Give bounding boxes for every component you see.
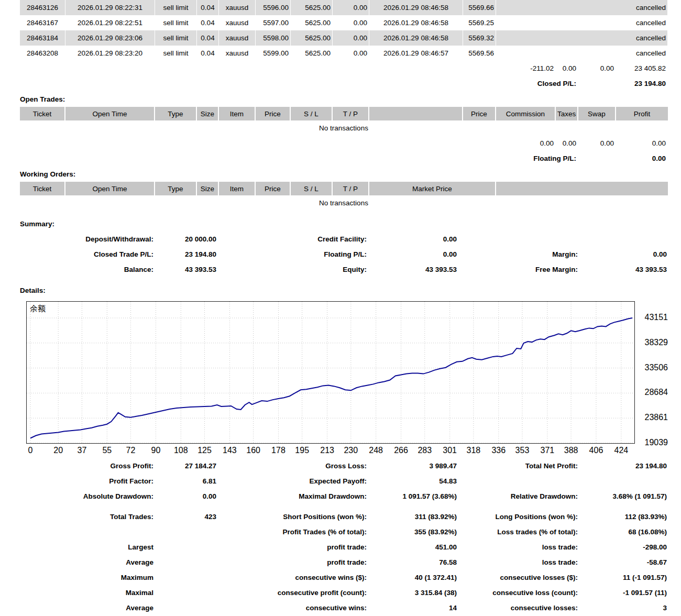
y-tick-label: 19039: [637, 438, 668, 447]
x-tick-label: 143: [223, 446, 237, 455]
summary-value: 43 393.53: [155, 262, 217, 277]
stat-label: profit trade:: [217, 540, 368, 555]
column-header-type: Type: [155, 182, 197, 195]
y-tick-label: 23861: [637, 413, 668, 422]
cell-sl: 5625.00: [291, 15, 333, 30]
stat-label: Expected Payoff:: [217, 474, 368, 489]
cell-open-time: 2026.01.29 08:22:51: [65, 15, 155, 30]
open-trades-table: TicketOpen TimeTypeSizeItemPriceS / LT /…: [20, 107, 668, 166]
cell-status: cancelled: [496, 46, 668, 61]
summary-label: Equity:: [217, 262, 368, 277]
open-total-taxes: 0.00: [556, 136, 578, 151]
open-no-transactions-row: No transactions: [20, 120, 668, 136]
x-tick-label: 195: [295, 446, 309, 455]
summary-row: Closed Trade P/L:23 194.80Floating P/L:0…: [20, 247, 668, 262]
stat-value: 6.81: [155, 474, 217, 489]
stat-label: Gross Loss:: [217, 458, 368, 474]
spacer-cell: [20, 61, 496, 76]
stat-value: 1 091.57 (3.68%): [368, 489, 458, 504]
stat-label: Profit Factor:: [20, 474, 155, 489]
cell-close-time: 2026.01.29 08:46:58: [369, 30, 463, 46]
chart-y-axis: 431513832933506286842386119039: [637, 301, 668, 444]
open-total-commission: 0.00: [496, 136, 556, 151]
y-tick-label: 28684: [637, 388, 668, 397]
summary-label: Closed Trade P/L:: [20, 247, 155, 262]
stat-label: Loss trades (% of total):: [458, 524, 579, 540]
floating-pl-label: Floating P/L:: [20, 151, 578, 166]
open-total-profit: 0.00: [616, 136, 668, 151]
stat-label: consecutive losses ($):: [458, 570, 579, 585]
stat-label: Absolute Drawdown:: [20, 489, 155, 504]
closed-pl-row: Closed P/L: 23 194.80: [20, 76, 668, 91]
stat-row: Total Trades:423Short Positions (won %):…: [20, 509, 668, 524]
x-tick-label: 160: [246, 446, 260, 455]
stat-value: 0.00: [155, 489, 217, 504]
closed-totals-row: -211.02 0.00 0.00 23 405.82: [20, 61, 668, 76]
stat-row: Maximalconsecutive profit (count):3 315.…: [20, 585, 668, 600]
cell-open-time: 2026.01.29 08:23:20: [65, 46, 155, 61]
stat-label: Total Trades:: [20, 509, 155, 524]
cell-tp: 0.00: [333, 46, 369, 61]
stat-value: 68 (16.08%): [579, 524, 668, 540]
stat-value: 3 989.47: [368, 458, 458, 474]
x-tick-label: 266: [394, 446, 408, 455]
stat-label: Long Positions (won %):: [458, 509, 579, 524]
stat-value: 27 184.27: [155, 458, 217, 474]
y-tick-label: 43151: [637, 313, 668, 322]
summary-label: Floating P/L:: [217, 247, 368, 262]
stat-value: 40 (1 372.41): [368, 570, 458, 585]
stat-label: [20, 524, 155, 540]
stat-row: Largestprofit trade:451.00loss trade:-29…: [20, 540, 668, 555]
closed-pl-label: Closed P/L:: [20, 76, 578, 91]
closed-trade-row: 284631672026.01.29 08:22:51sell limit0.0…: [20, 15, 668, 30]
summary-row: Balance:43 393.53Equity:43 393.53Free Ma…: [20, 262, 668, 277]
summary-value: 20 000.00: [155, 232, 217, 247]
cell-sl: 5625.00: [291, 46, 333, 61]
stat-value: 112 (83.93%): [579, 509, 668, 524]
stats-table-bottom: Total Trades:423Short Positions (won %):…: [20, 509, 668, 615]
stat-label: consecutive profit (count):: [217, 585, 368, 600]
summary-value: [579, 232, 668, 247]
closed-pl-value: 23 194.80: [578, 76, 668, 91]
cell-status: cancelled: [496, 15, 668, 30]
working-orders-heading: Working Orders:: [20, 167, 681, 182]
x-tick-label: 424: [614, 446, 628, 455]
summary-value: 43 393.53: [368, 262, 458, 277]
summary-label: Credit Facility:: [217, 232, 368, 247]
column-header-t-p: T / P: [333, 107, 369, 120]
stat-row: Absolute Drawdown:0.00Maximal Drawdown:1…: [20, 489, 668, 504]
summary-label: Free Margin:: [458, 262, 579, 277]
column-header-size: Size: [197, 107, 219, 120]
working-orders-table: TicketOpen TimeTypeSizeItemPriceS / LT /…: [20, 182, 668, 211]
summary-value: 0.00: [579, 247, 668, 262]
cell-item: xauusd: [219, 15, 256, 30]
x-tick-label: 72: [126, 446, 136, 455]
chart-plot: 余额: [26, 301, 635, 444]
floating-pl-row: Floating P/L: 0.00: [20, 151, 668, 166]
x-tick-label: 336: [491, 446, 506, 455]
total-swap: 0.00: [578, 61, 616, 76]
stat-value: 3 315.84 (38): [368, 585, 458, 600]
summary-label: Deposit/Withdrawal:: [20, 232, 155, 247]
statement-report: 284631262026.01.29 08:22:31sell limit0.0…: [0, 0, 681, 615]
x-tick-label: 37: [78, 446, 87, 455]
column-header-commission: Commission: [496, 107, 556, 120]
y-tick-label: 38329: [637, 338, 668, 347]
balance-curve: [27, 302, 634, 443]
cell-size: 0.04: [197, 15, 219, 30]
x-tick-label: 90: [151, 446, 160, 455]
summary-row: Deposit/Withdrawal:20 000.00Credit Facil…: [20, 232, 668, 247]
summary-heading: Summary:: [20, 217, 681, 232]
stat-label: Profit Trades (% of total):: [217, 524, 368, 540]
stat-label: Largest: [20, 540, 155, 555]
cell-close-price: 5569.25: [463, 15, 496, 30]
cell-size: 0.04: [197, 30, 219, 46]
stat-value: [155, 600, 217, 615]
cell-tp: 0.00: [333, 30, 369, 46]
x-tick-label: 108: [174, 446, 188, 455]
x-tick-label: 353: [515, 446, 530, 455]
cell-ticket: 28463126: [20, 0, 65, 15]
stat-label: Average: [20, 555, 155, 570]
summary-label: [458, 232, 579, 247]
stat-label: loss trade:: [458, 555, 579, 570]
